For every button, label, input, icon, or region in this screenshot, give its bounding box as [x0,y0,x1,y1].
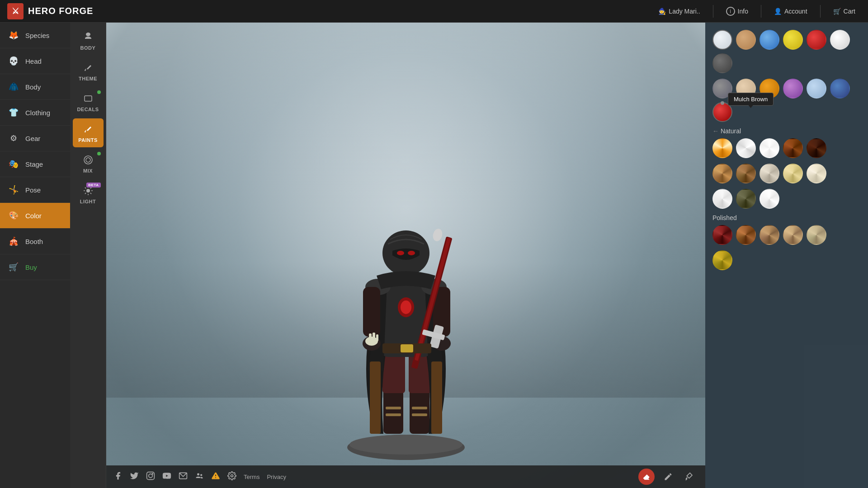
tool-decals[interactable]: DECALS [73,88,104,117]
logo-area[interactable]: ⚔ HERO FORGE [7,3,93,19]
hair-off-white[interactable] [712,189,732,209]
bottom-tools [638,469,698,485]
sidebar-item-buy[interactable]: 🛒 Buy [0,254,70,280]
community-button[interactable] [195,471,204,483]
facebook-button[interactable] [113,471,123,483]
svg-point-50 [152,473,153,474]
hair-polished-red[interactable] [712,225,732,245]
swatch-purple[interactable] [783,79,803,99]
sidebar-label-body: Body [25,83,41,91]
swatch-red[interactable] [807,30,826,50]
svg-rect-42 [370,361,381,434]
hair-silver-white[interactable] [760,164,779,183]
hair-medium-brown[interactable] [712,164,732,183]
nav-divider-1 [713,5,713,18]
polished-swatches-row2 [712,250,861,270]
swatch-skin[interactable] [736,30,756,50]
sidebar-item-gear[interactable]: ⚙ Gear [0,126,70,151]
cart-button[interactable]: 🛒 Cart [828,5,861,18]
sidebar-label-stage: Stage [25,160,43,168]
privacy-link[interactable]: Privacy [267,474,286,480]
buy-icon: 🛒 [7,261,20,273]
swatch-ghost-white[interactable] [712,30,732,50]
sidebar-item-pose[interactable]: 🤸 Pose [0,177,70,203]
svg-rect-0 [85,96,92,101]
hair-warm-brown[interactable] [736,164,756,183]
mix-dot [97,152,101,155]
sidebar-label-pose: Pose [25,186,41,194]
hair-polished-light-copper[interactable] [760,225,779,245]
tool-theme[interactable]: THEME [73,57,104,86]
sidebar-item-booth[interactable]: 🎪 Booth [0,229,70,254]
email-button[interactable] [179,471,188,483]
svg-rect-46 [373,333,375,342]
account-label: Account [784,8,807,15]
sidebar-item-head[interactable]: 💀 Head [0,48,70,74]
user-menu[interactable]: 🧙 Lady Mari.. [653,5,705,18]
svg-rect-47 [376,334,378,341]
info-button[interactable]: i Info [721,4,754,19]
hair-dark-brown[interactable] [783,138,803,158]
hair-bright-white[interactable] [760,138,779,158]
paint-tool-button[interactable] [660,469,676,485]
account-icon: 👤 [774,8,782,15]
hair-platinum[interactable] [807,164,826,183]
tool-light[interactable]: BETA LIGHT [73,180,104,209]
sidebar-item-color[interactable]: 🎨 Color [0,203,70,229]
natural-swatches-row1 [712,138,861,158]
hair-polished-light-tan[interactable] [807,225,826,245]
swatch-light-blue[interactable] [807,79,826,99]
hair-pure-white[interactable] [760,189,779,209]
hair-polished-tan[interactable] [783,225,803,245]
dropper-tool-button[interactable] [682,469,698,485]
instagram-button[interactable] [146,471,155,483]
tool-body[interactable]: BODY [73,26,104,55]
svg-point-39 [408,251,415,255]
cart-label: Cart [844,8,855,15]
tool-paints[interactable]: PAINTS [73,118,104,147]
svg-rect-41 [401,344,413,352]
body-icon: 🧥 [7,80,20,93]
sidebar-item-clothing[interactable]: 👕 Clothing [0,100,70,126]
youtube-button[interactable] [162,471,171,483]
terms-link[interactable]: Terms [244,474,259,480]
svg-point-3 [86,189,90,192]
svg-rect-20 [382,352,405,393]
svg-point-57 [231,474,233,477]
swatch-dark-gray[interactable] [712,53,732,73]
hair-polished-gold[interactable] [712,250,732,270]
paints-tool-icon [82,123,94,136]
logo-icon: ⚔ [7,3,24,19]
svg-point-2 [86,158,90,162]
hair-polished-copper[interactable] [736,225,756,245]
sidebar-item-species[interactable]: 🦊 Species [0,23,70,48]
svg-point-38 [397,251,404,255]
hair-dark-olive[interactable] [736,189,756,209]
hair-orange-blonde[interactable] [712,138,732,158]
polished-section-label: Polished [712,214,861,221]
viewport[interactable]: Terms Privacy [106,23,705,488]
sidebar-label-color: Color [25,212,42,220]
settings-button[interactable] [227,471,236,483]
tool-mix[interactable]: MIX [73,149,104,178]
sidebar-item-stage[interactable]: 🎭 Stage [0,151,70,177]
swatch-white-plain[interactable] [830,30,850,50]
sidebar-item-body[interactable]: 🧥 Body [0,74,70,100]
svg-point-24 [401,300,411,314]
alert-button[interactable] [211,471,220,483]
erase-tool-button[interactable] [638,469,655,485]
swatch-blue[interactable] [760,30,779,50]
twitter-button[interactable] [130,471,139,483]
swatch-teal-blue[interactable] [830,79,850,99]
svg-line-9 [90,193,91,194]
hair-near-black[interactable] [807,138,826,158]
paints-tool-label: PAINTS [78,137,98,143]
decals-dot [97,90,101,94]
hair-sandy-blonde[interactable] [783,164,803,183]
decals-tool-label: DECALS [77,107,99,112]
swatch-yellow[interactable] [783,30,803,50]
head-icon: 💀 [7,55,20,67]
hair-white[interactable] [736,138,756,158]
svg-rect-43 [431,361,442,434]
account-button[interactable]: 👤 Account [769,5,813,18]
